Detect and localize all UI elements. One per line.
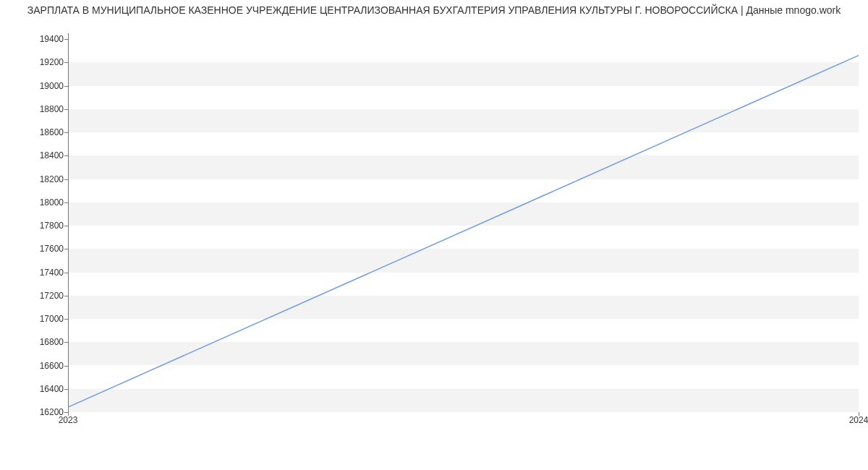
y-tick-label: 18800	[27, 104, 64, 114]
chart-title: ЗАРПЛАТА В МУНИЦИПАЛЬНОЕ КАЗЕННОЕ УЧРЕЖД…	[0, 4, 868, 16]
x-tick-mark	[859, 412, 859, 416]
x-tick-mark	[68, 412, 69, 416]
chart-svg	[69, 33, 859, 411]
y-tick-label: 18400	[27, 150, 64, 161]
y-tick-label: 16800	[27, 337, 64, 347]
x-tick-label: 2024	[849, 415, 868, 425]
y-tick-mark	[64, 39, 68, 40]
y-tick-label: 19000	[27, 81, 64, 91]
y-tick-mark	[64, 342, 68, 343]
y-tick-mark	[64, 296, 68, 296]
series-line	[69, 56, 859, 407]
plot-area	[68, 33, 859, 412]
y-tick-mark	[64, 226, 68, 226]
y-tick-label: 17000	[27, 314, 64, 324]
y-tick-label: 18000	[27, 197, 64, 208]
y-tick-mark	[64, 179, 68, 180]
y-tick-label: 16400	[27, 384, 64, 394]
y-tick-label: 17800	[27, 221, 64, 231]
y-tick-mark	[64, 319, 68, 320]
y-tick-label: 17600	[27, 244, 64, 254]
y-tick-mark	[64, 132, 68, 133]
y-tick-mark	[64, 389, 68, 390]
y-tick-mark	[64, 62, 68, 63]
y-tick-label: 18200	[27, 174, 64, 184]
y-tick-label: 16600	[27, 361, 64, 371]
y-tick-mark	[64, 155, 68, 156]
y-tick-mark	[64, 249, 68, 249]
y-tick-label: 17400	[27, 268, 64, 278]
y-tick-label: 18600	[27, 127, 64, 137]
y-tick-mark	[64, 202, 68, 203]
y-tick-mark	[64, 366, 68, 367]
y-tick-label: 17200	[27, 291, 64, 301]
y-tick-label: 19200	[27, 57, 64, 67]
y-tick-label: 19400	[27, 34, 64, 44]
y-tick-mark	[64, 273, 68, 273]
chart-container: ЗАРПЛАТА В МУНИЦИПАЛЬНОЕ КАЗЕННОЕ УЧРЕЖД…	[0, 0, 868, 434]
x-tick-label: 2023	[59, 415, 78, 425]
y-tick-mark	[64, 86, 68, 87]
y-tick-mark	[64, 109, 68, 110]
